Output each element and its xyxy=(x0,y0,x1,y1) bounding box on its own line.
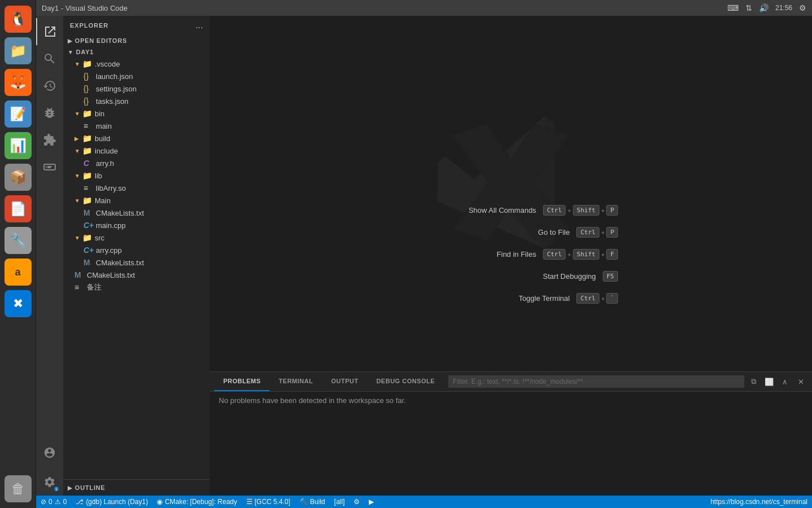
sidebar-title: Explorer xyxy=(70,22,109,29)
activity-explorer[interactable] xyxy=(36,18,63,45)
dock-tools[interactable]: 🔧 xyxy=(5,227,32,254)
dock-trash[interactable]: 🗑 xyxy=(5,475,32,502)
folder-icon: 📁 xyxy=(82,59,91,68)
warning-count: 0 xyxy=(63,498,67,506)
tab-output[interactable]: OUTPUT xyxy=(322,372,367,391)
launch-json[interactable]: {} launch.json xyxy=(63,70,210,82)
dock-files[interactable]: 📁 xyxy=(5,37,32,64)
titlebar: Day1 - Visual Studio Code ⌨ ⇅ 🔊 21:56 ⚙ xyxy=(36,0,812,16)
status-all[interactable]: [all] xyxy=(330,496,350,508)
src-folder[interactable]: ▼ 📁 src xyxy=(63,231,210,244)
sidebar: Explorer ... ▶ OPEN EDITORS ▼ DAY1 xyxy=(63,16,210,496)
status-cmake[interactable]: ◉ CMake: [Debug]: Ready xyxy=(152,496,241,508)
gcc-label: [GCC 5.4.0] xyxy=(255,498,290,506)
activity-remote[interactable] xyxy=(36,154,63,181)
CMakeLists-root[interactable]: M CMakeLists.txt xyxy=(63,269,210,281)
include-chevron: ▼ xyxy=(74,148,80,154)
run-icon: ▶ xyxy=(369,498,374,506)
dock-writer[interactable]: 📝 xyxy=(5,100,32,128)
titlebar-time: 21:56 xyxy=(775,4,792,12)
tasks-json[interactable]: {} tasks.json xyxy=(63,95,210,107)
settings-json[interactable]: {} settings.json xyxy=(63,82,210,95)
dock-firefox[interactable]: 🦊 xyxy=(5,69,32,96)
activity-debug[interactable] xyxy=(36,99,63,126)
activity-settings[interactable]: 1 xyxy=(36,468,63,496)
outline-header[interactable]: ▶ OUTLINE xyxy=(63,482,210,493)
problems-filter-input[interactable] xyxy=(448,375,744,388)
kbd-p1: P xyxy=(606,205,618,216)
no-problems-message: No problems have been detected in the wo… xyxy=(219,396,406,405)
status-url[interactable]: https://blog.csdn.net/cs_terminal xyxy=(706,496,812,508)
error-icon: ⊘ xyxy=(41,498,46,506)
dock-archive[interactable]: 📦 xyxy=(5,164,32,191)
cpp-icon1: C+ xyxy=(83,221,92,230)
build-folder[interactable]: ▶ 📁 build xyxy=(63,132,210,144)
tab-terminal[interactable]: TERMINAL xyxy=(270,372,322,391)
shortcut-show-commands: Show All Commands Ctrl + Shift + P xyxy=(404,205,618,216)
keyboard-icon: ⌨ xyxy=(727,3,739,12)
status-config[interactable]: ⚙ xyxy=(349,496,364,508)
src-folder-icon: 📁 xyxy=(82,233,91,242)
launch-json-label: launch.json xyxy=(96,72,133,81)
arry-h[interactable]: C arry.h xyxy=(63,157,210,169)
maximize-panel-button[interactable]: ⬜ xyxy=(762,375,776,388)
vscode-folder[interactable]: ▼ 📁 .vscode xyxy=(63,58,210,70)
terminal-keys: Ctrl + ` xyxy=(576,293,618,304)
os-dock: 🐧 📁 🦊 📝 📊 📦 📄 🔧 a ✖ 🗑 xyxy=(0,0,36,508)
arry-cpp[interactable]: C+ arry.cpp xyxy=(63,244,210,256)
src-folder-label: src xyxy=(95,234,104,242)
CMakeLists-src[interactable]: M CMakeLists.txt xyxy=(63,256,210,269)
build-chevron: ▶ xyxy=(74,135,80,142)
titlebar-title: Day1 - Visual Studio Code xyxy=(42,4,127,12)
main-cpp[interactable]: C+ main.cpp xyxy=(63,219,210,231)
open-editors-header[interactable]: ▶ OPEN EDITORS xyxy=(63,35,210,46)
lib-chevron: ▼ xyxy=(74,173,80,179)
show-commands-label: Show All Commands xyxy=(446,206,536,214)
status-debug-launch[interactable]: ⎇ (gdb) Launch (Day1) xyxy=(71,496,152,508)
dock-calc[interactable]: 📊 xyxy=(5,132,32,159)
url-text: https://blog.csdn.net/cs_terminal xyxy=(710,498,807,506)
Main-folder-icon: 📁 xyxy=(82,196,91,205)
cmake-icon2: M xyxy=(83,258,92,267)
titlebar-settings-icon: ⚙ xyxy=(799,3,806,12)
config-icon: ⚙ xyxy=(354,498,360,506)
bin-folder-label: bin xyxy=(95,110,104,118)
status-gcc[interactable]: ☰ [GCC 5.4.0] xyxy=(242,496,295,508)
status-build[interactable]: 🔨 Build xyxy=(295,496,330,508)
main-executable[interactable]: ≡ main xyxy=(63,120,210,132)
close-panel-button[interactable]: ✕ xyxy=(794,375,807,388)
bin-folder[interactable]: ▼ 📁 bin xyxy=(63,107,210,120)
dock-system[interactable]: 🐧 xyxy=(5,6,32,33)
day1-header[interactable]: ▼ DAY1 xyxy=(63,46,210,58)
notes-file[interactable]: ≡ 备注 xyxy=(63,281,210,294)
vscode-folder-label: .vscode xyxy=(95,60,120,68)
build-label: Build xyxy=(310,498,325,506)
activity-extensions[interactable] xyxy=(36,126,63,154)
lib-folder[interactable]: ▼ 📁 lib xyxy=(63,169,210,182)
warning-icon: ⚠ xyxy=(55,498,61,506)
tab-problems[interactable]: PROBLEMS xyxy=(214,372,270,391)
cmake-status-label: CMake: [Debug]: Ready xyxy=(165,498,237,506)
activity-account[interactable] xyxy=(36,441,63,468)
activity-search[interactable] xyxy=(36,45,63,72)
activity-scm[interactable] xyxy=(36,72,63,99)
libarry-so[interactable]: ≡ libArry.so xyxy=(63,182,210,194)
dock-libreoffice[interactable]: 📄 xyxy=(5,195,32,222)
volume-icon: 🔊 xyxy=(759,3,769,12)
status-errors[interactable]: ⊘ 0 ⚠ 0 xyxy=(36,496,71,508)
tab-debug-console[interactable]: DEBUG CONSOLE xyxy=(367,372,444,391)
dock-amazon[interactable]: a xyxy=(5,259,32,286)
filter-button[interactable]: ⧉ xyxy=(747,375,760,388)
CMakeLists-Main[interactable]: M CMakeLists.txt xyxy=(63,207,210,219)
sidebar-more-button[interactable]: ... xyxy=(196,20,203,30)
Main-folder[interactable]: ▼ 📁 Main xyxy=(63,194,210,207)
include-folder[interactable]: ▼ 📁 include xyxy=(63,144,210,157)
find-files-label: Find in Files xyxy=(446,250,536,259)
collapse-panel-button[interactable]: ∧ xyxy=(778,375,792,388)
arry-h-label: arry.h xyxy=(96,159,114,168)
shortcut-goto-file: Go to File Ctrl + P xyxy=(404,227,618,238)
status-run[interactable]: ▶ xyxy=(364,496,378,508)
so-icon: ≡ xyxy=(83,183,92,192)
dock-vscode[interactable]: ✖ xyxy=(5,290,32,317)
debug-label: (gdb) Launch (Day1) xyxy=(86,498,148,506)
